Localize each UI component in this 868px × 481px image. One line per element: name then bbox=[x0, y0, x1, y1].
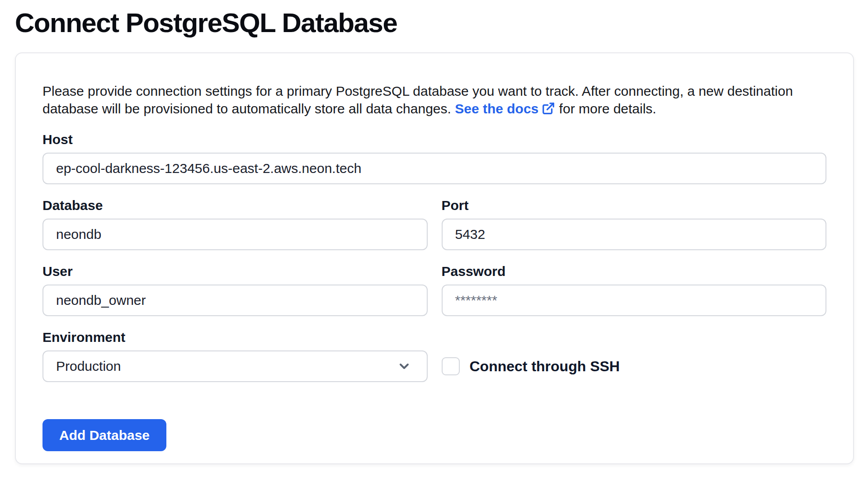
description-text: Please provide connection settings for a… bbox=[42, 82, 826, 117]
password-label: Password bbox=[442, 264, 827, 279]
external-link-icon bbox=[542, 102, 555, 115]
description-before-link: Please provide connection settings for a… bbox=[42, 84, 793, 116]
add-database-button[interactable]: Add Database bbox=[42, 419, 166, 451]
user-input[interactable] bbox=[42, 285, 428, 316]
description-after-link: for more details. bbox=[555, 101, 656, 116]
environment-selected-value: Production bbox=[56, 359, 121, 374]
environment-ssh-row: Environment Production Connect through S… bbox=[42, 330, 826, 382]
password-field-group: Password bbox=[442, 264, 827, 316]
page-title: Connect PostgreSQL Database bbox=[15, 8, 853, 38]
environment-select[interactable]: Production bbox=[42, 350, 428, 382]
ssh-checkbox[interactable] bbox=[442, 357, 460, 375]
see-the-docs-link[interactable]: See the docs bbox=[455, 101, 555, 116]
database-port-row: Database Port bbox=[42, 198, 826, 250]
host-label: Host bbox=[42, 132, 826, 147]
port-label: Port bbox=[442, 198, 827, 213]
host-input[interactable] bbox=[42, 153, 826, 184]
environment-label: Environment bbox=[42, 330, 428, 345]
port-field-group: Port bbox=[442, 198, 827, 250]
user-password-row: User Password bbox=[42, 264, 826, 316]
host-field-group: Host bbox=[42, 132, 826, 184]
user-label: User bbox=[42, 264, 428, 279]
ssh-checkbox-group: Connect through SSH bbox=[442, 357, 827, 375]
port-input[interactable] bbox=[442, 219, 827, 250]
docs-link-label: See the docs bbox=[455, 101, 538, 116]
database-input[interactable] bbox=[42, 219, 428, 250]
ssh-checkbox-label[interactable]: Connect through SSH bbox=[470, 358, 620, 375]
chevron-down-icon bbox=[397, 359, 411, 374]
database-field-group: Database bbox=[42, 198, 428, 250]
database-label: Database bbox=[42, 198, 428, 213]
password-input[interactable] bbox=[442, 285, 827, 316]
user-field-group: User bbox=[42, 264, 428, 316]
connection-settings-card: Please provide connection settings for a… bbox=[15, 52, 854, 464]
environment-field-group: Environment Production bbox=[42, 330, 428, 382]
page: Connect PostgreSQL Database Please provi… bbox=[0, 0, 868, 464]
